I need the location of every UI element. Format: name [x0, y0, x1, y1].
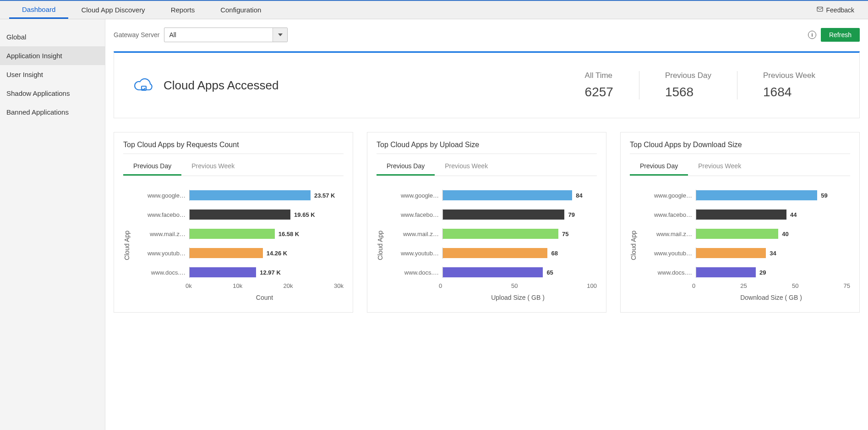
x-axis-label: Download Size ( GB ) — [692, 294, 850, 301]
gateway-label: Gateway Server — [114, 31, 159, 39]
filter-row: Gateway Server All i Refresh — [114, 28, 860, 42]
bar-row: www.google…59 — [641, 190, 850, 201]
x-axis-label: Count — [186, 294, 344, 301]
summary-card: Cloud Apps Accessed All Time6257Previous… — [114, 51, 860, 118]
metric-label: Previous Day — [665, 71, 711, 80]
nav-tab-configuration[interactable]: Configuration — [207, 1, 274, 19]
bar-category: www.google… — [134, 192, 186, 199]
cloud-icon — [132, 74, 154, 96]
subtab-previous-week[interactable]: Previous Week — [181, 158, 245, 176]
bar-value: 12.97 K — [260, 269, 281, 276]
y-axis-label: Cloud App — [377, 231, 384, 260]
x-tick: 25 — [740, 282, 747, 289]
x-tick: 50 — [511, 282, 518, 289]
chart-panel-0: Top Cloud Apps by Requests CountPrevious… — [114, 132, 353, 313]
metric-label: Previous Week — [763, 71, 815, 80]
nav-tab-dashboard[interactable]: Dashboard — [9, 1, 68, 19]
top-nav: DashboardCloud App DiscoveryReportsConfi… — [0, 0, 868, 19]
summary-title: Cloud Apps Accessed — [164, 78, 279, 93]
bar-row: www.facebo…44 — [641, 209, 850, 220]
panel-title: Top Cloud Apps by Download Size — [630, 141, 850, 149]
bar-row: www.google…84 — [388, 190, 597, 201]
bar-category: www.google… — [641, 192, 692, 199]
bar — [190, 267, 256, 277]
gateway-select[interactable]: All — [164, 28, 288, 42]
bar-row: www.mail.z…75 — [388, 228, 597, 239]
bar-category: www.docs.… — [641, 269, 692, 276]
bar — [443, 267, 543, 277]
subtab-previous-week[interactable]: Previous Week — [435, 158, 498, 176]
bar-category: www.mail.z… — [641, 231, 692, 237]
bar-category: www.facebo… — [134, 211, 186, 218]
bar-row: www.google…23.57 K — [134, 190, 344, 201]
bar-value: 34 — [770, 250, 776, 257]
subtab-previous-week[interactable]: Previous Week — [688, 158, 751, 176]
bar-value: 23.57 K — [314, 192, 335, 199]
metric-value: 6257 — [585, 85, 613, 99]
bar — [190, 248, 263, 258]
x-tick: 50 — [792, 282, 798, 289]
x-tick: 10k — [233, 282, 242, 289]
sidebar-item-global[interactable]: Global — [0, 28, 105, 46]
svg-rect-0 — [817, 7, 823, 11]
bar — [696, 229, 778, 239]
x-tick: 0 — [692, 282, 695, 289]
bar — [443, 209, 564, 220]
bar-row: www.docs.…12.97 K — [134, 267, 344, 278]
metric-label: All Time — [585, 71, 613, 80]
bar-category: www.youtub… — [388, 250, 439, 257]
nav-tab-cloud-app-discovery[interactable]: Cloud App Discovery — [68, 1, 158, 19]
bar-category: www.mail.z… — [388, 231, 439, 237]
bar-value: 65 — [546, 269, 553, 276]
bar-category: www.youtub… — [134, 250, 186, 257]
metric-value: 1684 — [763, 85, 815, 99]
x-tick: 0k — [186, 282, 192, 289]
bar-value: 79 — [568, 211, 574, 218]
panel-title: Top Cloud Apps by Requests Count — [123, 141, 344, 149]
bar-value: 19.65 K — [294, 211, 315, 218]
metric-previous-week: Previous Week1684 — [737, 71, 841, 99]
bar-chart: Cloud Appwww.google…23.57 Kwww.facebo…19… — [123, 190, 344, 301]
summary-metrics: All Time6257Previous Day1568Previous Wee… — [559, 71, 841, 99]
bar — [443, 248, 547, 258]
gateway-value: All — [164, 28, 273, 42]
bar-row: www.youtub…68 — [388, 248, 597, 259]
x-axis: 0255075 — [692, 282, 850, 289]
bar-category: www.facebo… — [388, 211, 439, 218]
sidebar: GlobalApplication InsightUser InsightSha… — [0, 19, 105, 430]
x-tick: 30k — [334, 282, 344, 289]
bar-category: www.google… — [388, 192, 439, 199]
subtab-previous-day[interactable]: Previous Day — [630, 158, 688, 176]
feedback-link[interactable]: Feedback — [816, 6, 859, 14]
x-axis: 0k10k20k30k — [186, 282, 344, 289]
bar-value: 40 — [782, 231, 788, 237]
sidebar-item-banned-applications[interactable]: Banned Applications — [0, 103, 105, 121]
y-axis-label: Cloud App — [123, 231, 131, 260]
panel-subtabs: Previous DayPrevious Week — [377, 158, 597, 176]
y-axis-label: Cloud App — [630, 231, 637, 260]
nav-tab-reports[interactable]: Reports — [158, 1, 208, 19]
bar — [696, 248, 766, 258]
sidebar-item-shadow-applications[interactable]: Shadow Applications — [0, 84, 105, 103]
mail-icon — [816, 6, 824, 14]
metric-value: 1568 — [665, 85, 711, 99]
x-axis: 050100 — [439, 282, 597, 289]
x-tick: 20k — [284, 282, 293, 289]
sidebar-item-user-insight[interactable]: User Insight — [0, 65, 105, 84]
bar-value: 75 — [562, 231, 568, 237]
refresh-button[interactable]: Refresh — [821, 28, 860, 42]
bar-value: 84 — [576, 192, 582, 199]
subtab-previous-day[interactable]: Previous Day — [377, 158, 435, 176]
bar — [443, 190, 572, 200]
x-tick: 0 — [439, 282, 442, 289]
subtab-previous-day[interactable]: Previous Day — [123, 158, 181, 176]
bar-category: www.docs.… — [134, 269, 186, 276]
panel-subtabs: Previous DayPrevious Week — [630, 158, 850, 176]
bar — [696, 190, 817, 200]
info-icon[interactable]: i — [808, 31, 816, 39]
sidebar-item-application-insight[interactable]: Application Insight — [0, 46, 105, 65]
bar-category: www.mail.z… — [134, 231, 186, 237]
metric-previous-day: Previous Day1568 — [639, 71, 737, 99]
metric-all-time: All Time6257 — [559, 71, 639, 99]
bar-row: www.youtub…14.26 K — [134, 248, 344, 259]
